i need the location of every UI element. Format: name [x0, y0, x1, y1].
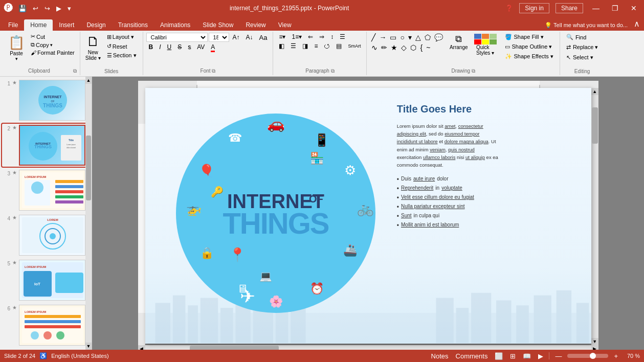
- star-shape[interactable]: ★: [389, 43, 399, 52]
- slide-item-4[interactable]: 4 ★ LOREM: [2, 214, 90, 257]
- canvas-scroll-down[interactable]: ▼: [591, 338, 598, 345]
- arrange-button[interactable]: ⧉ Arrange: [448, 33, 470, 51]
- canvas-scroll-up[interactable]: ▲: [591, 88, 598, 95]
- zoom-out-button[interactable]: —: [553, 352, 563, 360]
- numbering-button[interactable]: 1≡▾: [289, 33, 304, 41]
- section-button[interactable]: ☰ Section ▾: [104, 51, 140, 60]
- paste-dropdown-icon[interactable]: ▾: [15, 56, 18, 61]
- align-center-button[interactable]: ☰: [288, 42, 299, 50]
- tab-review[interactable]: Review: [239, 19, 272, 31]
- decrease-indent-button[interactable]: ⇐: [305, 33, 316, 41]
- tab-home[interactable]: Home: [24, 19, 53, 31]
- tab-slideshow[interactable]: Slide Show: [196, 19, 239, 31]
- text-direction-button[interactable]: ⭯: [321, 42, 332, 50]
- clipboard-expand-icon[interactable]: ⧉: [73, 68, 77, 74]
- canvas-hscrollbar[interactable]: ◀ ▶: [138, 345, 598, 350]
- hscroll-right[interactable]: ▶: [591, 345, 598, 350]
- share-button[interactable]: Share: [556, 3, 583, 13]
- canvas-vscrollbar[interactable]: ▲ ▼: [591, 88, 598, 345]
- customize-icon[interactable]: ▾: [65, 4, 73, 13]
- slide-item-1[interactable]: 1 ★ INTERNET OF THINGS: [2, 79, 90, 122]
- slide-canvas[interactable]: 🚗 📱 ⚙ 🚲 🚢 ⏰ 🌸: [145, 88, 591, 344]
- canvas-scroll-thumb[interactable]: [592, 107, 598, 144]
- shadow-button[interactable]: s: [185, 43, 193, 51]
- new-slide-button[interactable]: 🗋 NewSlide ▾: [83, 33, 103, 62]
- increase-font-button[interactable]: A↑: [230, 33, 242, 41]
- find-button[interactable]: 🔍 Find: [563, 33, 601, 41]
- align-right-button[interactable]: ◨: [300, 42, 310, 50]
- slide-item-6[interactable]: 6 ★ LOREM IPSUM: [2, 304, 90, 347]
- font-size-select[interactable]: 18: [209, 33, 229, 42]
- diamond-shape[interactable]: ◇: [399, 43, 408, 52]
- layout-button[interactable]: ⊞ Layout ▾: [104, 33, 140, 41]
- shape-outline-button[interactable]: ▭ Shape Outline ▾: [502, 42, 557, 51]
- hscroll-thumb[interactable]: [190, 346, 279, 350]
- clear-format-button[interactable]: Aa: [257, 33, 270, 42]
- curve-shape[interactable]: ∿: [370, 43, 379, 52]
- tab-insert[interactable]: Insert: [53, 19, 80, 31]
- ribbon-collapse-icon[interactable]: ∧: [632, 17, 642, 31]
- para-expand-icon[interactable]: ⧉: [331, 68, 335, 74]
- freeform-shape[interactable]: ✏: [380, 43, 389, 52]
- reset-button[interactable]: ↺ Reset: [104, 42, 140, 51]
- decrease-font-button[interactable]: A↓: [243, 33, 256, 41]
- callout-shape[interactable]: 💬: [433, 33, 445, 42]
- comments-button[interactable]: Comments: [454, 352, 490, 360]
- zoom-in-button[interactable]: +: [612, 352, 619, 360]
- slide-item-5[interactable]: 5 ★ LOREM IPSUM IoT: [2, 259, 90, 302]
- align-left-button[interactable]: ◧: [276, 42, 287, 50]
- paste-button[interactable]: 📋 Paste ▾: [5, 33, 28, 63]
- strikethrough-button[interactable]: S: [175, 43, 184, 51]
- close-button[interactable]: ✕: [628, 3, 640, 13]
- scroll-thumb[interactable]: [86, 135, 91, 200]
- signin-button[interactable]: Sign in: [519, 3, 549, 13]
- slide-sorter-button[interactable]: ⊞: [508, 352, 517, 360]
- tab-file[interactable]: File: [2, 19, 24, 31]
- restore-button[interactable]: ❐: [609, 3, 621, 13]
- copy-button[interactable]: ⧉ Copy ▾: [29, 41, 77, 49]
- present-icon[interactable]: ▶: [54, 4, 63, 13]
- custom-shape[interactable]: ~: [425, 43, 432, 52]
- font-color-button[interactable]: A: [208, 43, 217, 51]
- scroll-up-button[interactable]: ▲: [85, 77, 92, 84]
- replace-button[interactable]: ⇄ Replace ▾: [563, 43, 601, 52]
- redo-icon[interactable]: ↪: [42, 4, 52, 13]
- circle-shape[interactable]: ○: [398, 33, 406, 42]
- smartart-button[interactable]: SmArt: [345, 43, 363, 49]
- scroll-down-button[interactable]: ▼: [85, 343, 92, 350]
- font-expand-icon[interactable]: ⧉: [212, 68, 215, 74]
- italic-button[interactable]: I: [157, 43, 163, 51]
- quick-styles-button[interactable]: QuickStyles ▾: [472, 33, 499, 57]
- shape-fill-button[interactable]: 🪣 Shape Fill ▾: [502, 33, 557, 41]
- line-shape[interactable]: ╱: [370, 33, 377, 42]
- font-name-select[interactable]: Calibri: [146, 33, 208, 42]
- bold-button[interactable]: B: [146, 43, 156, 51]
- tab-view[interactable]: View: [272, 19, 298, 31]
- hscroll-left[interactable]: ◀: [138, 345, 145, 350]
- columns-button[interactable]: ☰: [337, 33, 348, 41]
- justify-button[interactable]: ≡: [312, 42, 320, 50]
- shape-effects-button[interactable]: ✨ Shape Effects ▾: [502, 52, 557, 61]
- bullets-button[interactable]: ≡▾: [276, 33, 288, 41]
- tab-design[interactable]: Design: [80, 19, 112, 31]
- normal-view-button[interactable]: ⬜: [493, 352, 504, 360]
- underline-button[interactable]: U: [165, 43, 174, 51]
- triangle-shape[interactable]: △: [414, 33, 423, 42]
- select-button[interactable]: ↖ Select ▾: [563, 53, 601, 62]
- drawing-expand-icon[interactable]: ⧉: [472, 68, 475, 74]
- save-icon[interactable]: 💾: [16, 4, 29, 13]
- align-text-button[interactable]: ▤: [334, 42, 344, 50]
- tab-transitions[interactable]: Transitions: [112, 19, 154, 31]
- line-spacing-button[interactable]: ↕: [328, 33, 336, 41]
- slideshow-button[interactable]: ▶: [537, 352, 545, 360]
- cut-button[interactable]: ✂ Cut: [29, 33, 77, 40]
- char-spacing-button[interactable]: AV: [194, 43, 207, 51]
- tell-me-input[interactable]: 💡 Tell me what you want to do...: [541, 20, 632, 31]
- minimize-button[interactable]: —: [589, 3, 603, 13]
- copy-dropdown-icon[interactable]: ▾: [50, 42, 53, 48]
- slide-panel-scrollbar[interactable]: ▲ ▼: [85, 77, 92, 350]
- reading-view-button[interactable]: 📖: [521, 352, 532, 360]
- hexagon-shape[interactable]: ⬡: [409, 43, 418, 52]
- arrow-shape[interactable]: →: [377, 33, 388, 42]
- brace-shape[interactable]: {: [418, 43, 424, 52]
